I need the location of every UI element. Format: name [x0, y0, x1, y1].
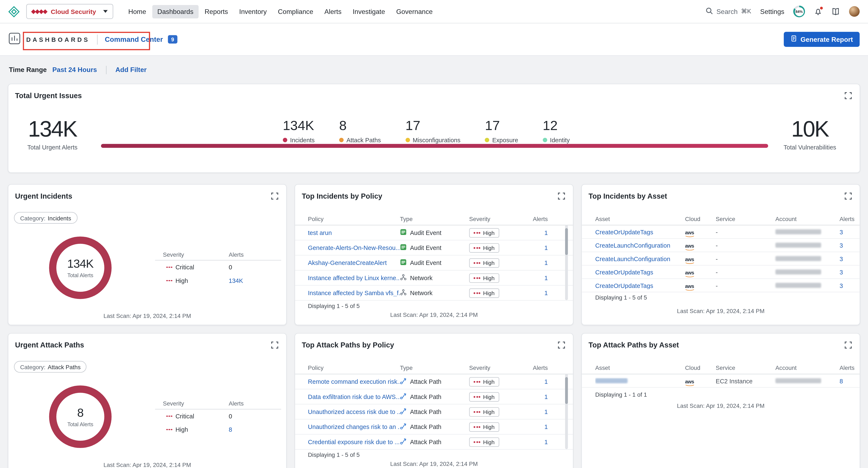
generate-report-button[interactable]: Generate Report — [784, 32, 860, 47]
command-center-link[interactable]: Command Center — [105, 35, 163, 43]
alerts-count: 0 — [229, 413, 232, 420]
nav-item-governance[interactable]: Governance — [391, 5, 438, 18]
table-row: CreateOrUpdateTagsaws-3 — [582, 279, 860, 292]
alerts-count[interactable]: 134K — [229, 277, 243, 284]
policy-link[interactable]: Instance affected by Linux kerne... — [308, 274, 400, 281]
cloud-column-header: Cloud — [685, 215, 716, 222]
asset-link[interactable]: CreateLaunchConfiguration — [595, 255, 671, 262]
time-range-value[interactable]: Past 24 Hours — [52, 66, 97, 74]
expand-icon[interactable] — [271, 192, 279, 200]
policy-link[interactable]: Unauthorized access risk due to ... — [308, 408, 400, 415]
service-column-header: Service — [716, 215, 776, 222]
severity-row: Critical0 — [155, 260, 281, 274]
alerts-cell: 3 — [839, 282, 843, 289]
page-header: DASHBOARDS Command Center 9 Generate Rep… — [0, 24, 868, 56]
alerts-link[interactable]: 1 — [545, 424, 548, 430]
policy-column-header: Policy — [308, 364, 400, 371]
policy-link[interactable]: Credential exposure risk due to ... — [308, 438, 400, 445]
urgent-severity-bar — [101, 144, 768, 148]
search-button[interactable]: Search ⌘K — [706, 7, 751, 16]
asset-cell: CreateLaunchConfiguration — [595, 242, 685, 249]
alerts-link[interactable]: 1 — [545, 408, 548, 415]
policy-link[interactable]: test arun — [308, 229, 400, 236]
alerts-link[interactable]: 3 — [839, 242, 843, 249]
severity-dots-icon — [474, 247, 480, 248]
policy-link[interactable]: Instance affected by Samba vfs_f... — [308, 290, 400, 297]
expand-icon[interactable] — [557, 341, 566, 349]
aws-icon: aws — [685, 283, 694, 288]
expand-icon[interactable] — [271, 341, 279, 349]
asset-link[interactable]: CreateOrUpdateTags — [595, 282, 653, 289]
expand-icon[interactable] — [844, 341, 852, 349]
scrollbar[interactable] — [565, 225, 568, 300]
product-selector[interactable]: Cloud Security — [26, 4, 113, 19]
alerts-link[interactable]: 3 — [839, 282, 843, 289]
alerts-link[interactable]: 3 — [839, 228, 843, 235]
nav-item-alerts[interactable]: Alerts — [319, 5, 347, 18]
asset-link[interactable]: CreateOrUpdateTags — [595, 269, 653, 275]
add-filter-button[interactable]: Add Filter — [116, 66, 147, 74]
top-attack-paths-by-asset-card: Top Attack Paths by Asset Asset Cloud Se… — [581, 333, 860, 468]
scrollbar-thumb[interactable] — [565, 377, 568, 404]
scrollbar-thumb[interactable] — [565, 228, 568, 255]
alerts-link[interactable]: 1 — [545, 378, 548, 385]
alerts-link[interactable]: 1 — [545, 393, 548, 400]
settings-button[interactable]: Settings — [760, 8, 784, 15]
alerts-link[interactable]: 1 — [545, 245, 548, 251]
security-score-badge[interactable]: 84% — [793, 5, 805, 17]
type-label: Network — [410, 274, 433, 281]
policy-link[interactable]: Generate-Alerts-On-New-Resou... — [308, 245, 400, 251]
pagination-status: Displaying 1 - 5 of 5 — [308, 451, 360, 458]
attack-path-icon — [400, 408, 407, 416]
policy-link[interactable]: Unauthorized changes risk to an ... — [308, 424, 400, 430]
top-incidents-by-policy-card: Top Incidents by Policy Policy Type Seve… — [294, 184, 573, 325]
nav-item-home[interactable]: Home — [123, 5, 151, 18]
type-label: Attack Path — [410, 378, 441, 385]
donut-value: 8 — [77, 406, 84, 419]
redacted-account — [775, 269, 821, 274]
alerts-link[interactable]: 1 — [545, 290, 548, 297]
severity-cell: High — [469, 392, 526, 401]
alerts-count[interactable]: 8 — [229, 426, 232, 433]
nav-item-investigate[interactable]: Investigate — [348, 5, 390, 18]
type-cell: Audit Event — [400, 244, 469, 252]
cloud-security-dashboard: Cloud Security HomeDashboardsReportsInve… — [0, 0, 868, 468]
network-icon — [400, 289, 407, 297]
attack-path-icon — [400, 438, 407, 446]
alerts-link[interactable]: 3 — [839, 255, 843, 262]
severity-column-header: Severity — [469, 215, 526, 222]
asset-link[interactable]: CreateLaunchConfiguration — [595, 242, 671, 249]
nav-item-compliance[interactable]: Compliance — [273, 5, 318, 18]
total-vulnerabilities-label: Total Vulnerabilities — [783, 144, 836, 151]
alerts-link[interactable]: 1 — [545, 229, 548, 236]
account-cell — [775, 228, 839, 235]
type-column-header: Type — [400, 364, 469, 371]
policy-link[interactable]: Remote command execution risk... — [308, 378, 400, 385]
docs-button[interactable] — [831, 8, 840, 15]
expand-icon[interactable] — [557, 192, 566, 200]
alerts-link[interactable]: 1 — [545, 259, 548, 266]
alerts-link[interactable]: 1 — [545, 274, 548, 281]
alerts-link[interactable]: 3 — [839, 269, 843, 275]
nav-item-reports[interactable]: Reports — [199, 5, 233, 18]
asset-link[interactable]: CreateOrUpdateTags — [595, 228, 653, 235]
nav-item-dashboards[interactable]: Dashboards — [152, 5, 198, 18]
brand-logo-icon[interactable] — [8, 6, 20, 17]
expand-icon[interactable] — [844, 192, 852, 200]
nav-item-inventory[interactable]: Inventory — [234, 5, 272, 18]
severity-label: High — [483, 260, 495, 266]
severity-dots-icon — [474, 232, 480, 233]
user-avatar[interactable] — [849, 6, 860, 17]
alerts-link[interactable]: 1 — [545, 438, 548, 445]
severity-label: Critical — [176, 413, 194, 420]
alerts-link[interactable]: 8 — [839, 377, 843, 384]
chevron-down-icon — [103, 10, 107, 13]
expand-icon[interactable] — [844, 91, 852, 100]
notifications-button[interactable] — [814, 7, 823, 15]
category-filter-chip[interactable]: Category: Attack Paths — [14, 361, 87, 373]
scrollbar[interactable] — [565, 374, 568, 449]
policy-link[interactable]: Akshay-GenerateCreateAlert — [308, 259, 400, 266]
dashboard-content: Total Urgent Issues 134K Total Urgent Al… — [8, 84, 860, 468]
policy-link[interactable]: Data exfiltration risk due to AWS... — [308, 393, 400, 400]
category-filter-chip[interactable]: Category: Incidents — [14, 212, 77, 223]
